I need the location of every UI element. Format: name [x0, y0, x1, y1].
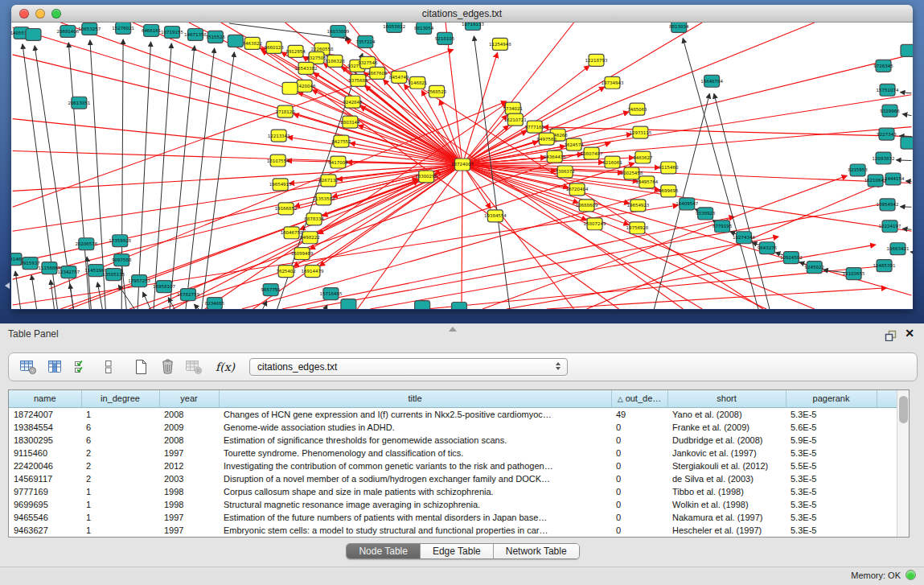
cell-year[interactable]: 1997	[159, 524, 219, 537]
graph-node[interactable]: 9242848	[343, 96, 363, 108]
graph-node[interactable]: 10653257	[78, 23, 101, 35]
cell-short[interactable]: Jankovic et al. (1997)	[667, 447, 786, 459]
graph-node[interactable]: 9726345	[873, 60, 893, 72]
column-header-in_degree[interactable]: in_degree	[81, 390, 159, 407]
cell-short[interactable]: Stergiakouli et al. (2012)	[667, 459, 786, 472]
graph-node[interactable]: 12093832	[873, 152, 895, 164]
graph-node[interactable]: 18300295	[415, 171, 437, 183]
cell-filler[interactable]	[877, 447, 897, 459]
graph-node[interactable]: 9115460	[659, 162, 679, 174]
graph-node[interactable]: 12103655	[843, 268, 865, 280]
graph-node[interactable]	[452, 303, 467, 309]
scrollbar-thumb[interactable]	[899, 396, 908, 423]
cell-out_degree[interactable]: 0	[611, 524, 667, 537]
cell-name[interactable]: 9699695	[9, 498, 81, 511]
cell-year[interactable]: 1997	[159, 511, 219, 524]
cell-pagerank[interactable]: 5.3E-5	[786, 524, 877, 537]
cell-name[interactable]: 22420046	[9, 459, 81, 472]
cell-filler[interactable]	[877, 407, 897, 421]
graph-node[interactable]: 8660123	[264, 41, 284, 53]
graph-node[interactable]	[228, 35, 243, 47]
cell-name[interactable]: 14569117	[9, 472, 81, 485]
table-row[interactable]: 1830029562008Estimation of significance …	[9, 434, 897, 447]
table-row[interactable]: 911546021997Tourette syndrome. Phenomeno…	[9, 447, 897, 459]
graph-node[interactable]: 2803144	[340, 116, 360, 128]
cell-name[interactable]: 18300295	[9, 434, 81, 447]
graph-node[interactable]: 10224197	[879, 220, 901, 233]
cell-out_degree[interactable]: 0	[611, 434, 667, 447]
graph-node[interactable]: 9227343	[877, 128, 897, 140]
graph-node[interactable]: 16543382	[295, 62, 318, 74]
new-column-icon[interactable]	[131, 359, 150, 375]
vertical-scrollbar[interactable]	[897, 390, 909, 537]
cell-filler[interactable]	[877, 421, 897, 434]
graph-node[interactable]: 9857791	[261, 284, 280, 296]
table-row[interactable]: 969969511998Structural magnetic resonanc…	[9, 498, 897, 511]
graph-node[interactable]: 9497568	[537, 133, 557, 145]
graph-node[interactable]: 20206576	[75, 238, 97, 250]
delete-table-icon[interactable]	[184, 359, 203, 375]
cell-out_degree[interactable]: 49	[611, 407, 667, 421]
graph-node[interactable]: 3624574	[564, 138, 584, 150]
graph-node[interactable]: 9218105	[435, 32, 454, 44]
graph-node[interactable]: 7625402	[276, 266, 295, 278]
graph-node[interactable]: 3915937	[20, 257, 40, 270]
graph-node[interactable]: 11353584	[313, 193, 335, 205]
tab-network-table[interactable]: Network Table	[494, 544, 579, 558]
cell-filler[interactable]	[877, 524, 897, 537]
cell-filler[interactable]	[877, 498, 897, 511]
table-row[interactable]: 946554611997Estimation of the future num…	[9, 511, 897, 524]
graph-node[interactable]: 7485063	[627, 103, 647, 115]
graph-node[interactable]: 13954942	[877, 199, 899, 211]
cell-short[interactable]: Hescheler et al. (1997)	[667, 524, 786, 537]
graph-node[interactable]: 8215953	[848, 164, 868, 176]
graph-node[interactable]: 19756928	[626, 222, 648, 234]
cell-out_degree[interactable]: 0	[611, 511, 667, 524]
cell-in_degree[interactable]: 1	[81, 524, 159, 537]
cell-title[interactable]: Estimation of significance thresholds fo…	[219, 434, 611, 447]
table-select[interactable]: citations_edges.txt	[249, 358, 568, 376]
tab-node-table[interactable]: Node Table	[347, 544, 421, 558]
cell-out_degree[interactable]: 0	[611, 485, 667, 498]
cell-name[interactable]: 9777169	[9, 485, 81, 498]
graph-node[interactable]: 8454749	[389, 71, 409, 83]
collapse-panel-icon[interactable]	[2, 282, 10, 289]
graph-node[interactable]: 9097588	[112, 254, 132, 266]
cell-year[interactable]: 2012	[159, 459, 219, 472]
graph-node[interactable]	[341, 299, 356, 309]
cell-short[interactable]: Nakamura et al. (1997)	[667, 511, 786, 524]
cell-title[interactable]: Disruption of a novel member of a sodium…	[219, 472, 611, 485]
cell-title[interactable]: Changes of HCN gene expression and I(f) …	[219, 407, 611, 421]
cell-filler[interactable]	[877, 511, 897, 524]
graph-node[interactable]: 6216061	[602, 156, 622, 168]
table-row[interactable]: 2242004622012Investigating the contribut…	[9, 459, 897, 472]
graph-node[interactable]: 9498222	[300, 232, 319, 244]
cell-pagerank[interactable]: 5.3E-5	[786, 407, 877, 421]
network-window-titlebar[interactable]: citations_edges.txt	[11, 5, 913, 23]
graph-node[interactable]: 9417004	[328, 156, 348, 168]
column-header-name[interactable]: name	[9, 390, 81, 407]
table-row[interactable]: 1938455462009Genome-wide association stu…	[9, 421, 897, 434]
graph-node[interactable]: 19654913	[269, 179, 292, 191]
function-builder-icon[interactable]: f(x)	[216, 359, 235, 375]
graph-node[interactable]: 16914479	[302, 266, 324, 278]
cell-name[interactable]: 18724007	[9, 407, 81, 421]
cell-short[interactable]: Franke et al. (2009)	[667, 421, 786, 434]
cell-title[interactable]: Structural magnetic resonance image aver…	[219, 498, 611, 511]
graph-node[interactable]: 19384554	[484, 210, 507, 222]
graph-node[interactable]: 7357224	[355, 35, 376, 47]
graph-node[interactable]: 9463627	[633, 151, 653, 163]
graph-node[interactable]	[26, 28, 41, 40]
graph-node[interactable]: 11254948	[489, 38, 511, 50]
graph-node[interactable]: 16033809	[327, 25, 350, 37]
cell-pagerank[interactable]: 5.5E-5	[786, 459, 877, 472]
column-header-year[interactable]: year	[159, 390, 219, 407]
cell-pagerank[interactable]: 5.3E-5	[786, 511, 877, 524]
graph-node[interactable]: 16210721	[504, 113, 527, 126]
cell-in_degree[interactable]: 6	[81, 421, 159, 434]
close-panel-icon[interactable]: ✕	[905, 326, 914, 340]
graph-node[interactable]: 12218793	[585, 54, 608, 66]
graph-node[interactable]: 9338928	[696, 208, 716, 220]
cell-title[interactable]: Estimation of the future numbers of pati…	[219, 511, 611, 524]
table-row[interactable]: 977716911998Corpus callosum shape and si…	[9, 485, 897, 498]
